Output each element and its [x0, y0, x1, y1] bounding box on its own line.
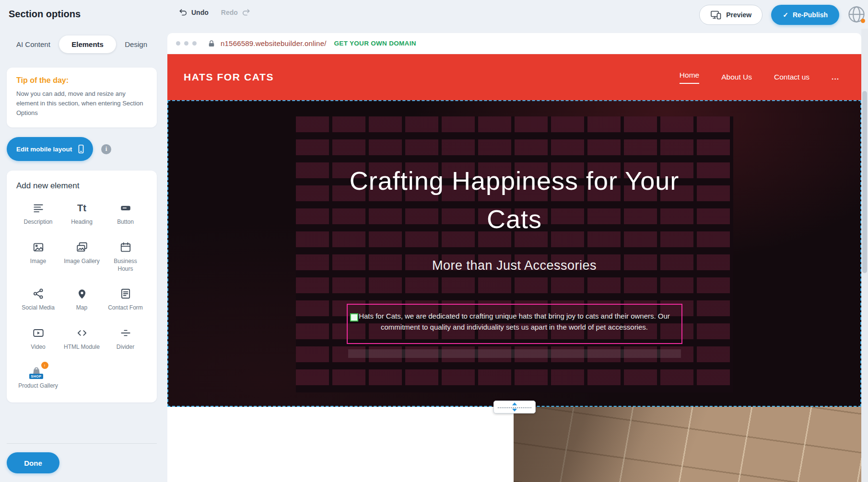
element-product-gallery[interactable]: SHOP ↑ Product Gallery	[16, 364, 60, 390]
element-button[interactable]: Button	[104, 200, 147, 226]
image-icon	[32, 240, 45, 255]
preview-devices-icon	[710, 9, 722, 21]
element-business-hours[interactable]: Business Hours	[104, 240, 147, 273]
tab-ai-content[interactable]: AI Content	[13, 35, 53, 53]
globe-button[interactable]	[846, 4, 867, 25]
element-social-media[interactable]: Social Media	[16, 286, 60, 312]
description-icon	[32, 200, 45, 216]
element-resize-handle[interactable]	[350, 313, 358, 321]
preview-button[interactable]: Preview	[699, 5, 762, 25]
undo-redo-group: Undo Redo	[178, 8, 251, 17]
element-image[interactable]: Image	[16, 240, 60, 273]
tip-body: Now you can add, move and resize any ele…	[16, 89, 147, 118]
business-hours-icon	[119, 240, 132, 255]
done-button[interactable]: Done	[7, 452, 59, 473]
shop-banner: SHOP	[29, 374, 44, 379]
browser-bar: n1566589.websitebuilder.online/ GET YOUR…	[167, 33, 861, 54]
undo-label: Undo	[191, 9, 209, 16]
product-gallery-icon: SHOP ↑	[30, 365, 47, 379]
element-map[interactable]: Map	[60, 286, 104, 312]
add-new-element-title: Add new element	[16, 181, 147, 191]
hero-section[interactable]: Crafting Happiness for Your Cats More th…	[167, 100, 861, 407]
sidebar-tabs: AI Content Elements Design	[7, 35, 157, 53]
undo-icon	[178, 8, 188, 17]
lock-icon	[207, 39, 216, 48]
map-pin-icon	[76, 286, 88, 301]
element-video[interactable]: Video	[16, 325, 60, 351]
next-section[interactable]	[167, 407, 861, 482]
sidebar-divider	[7, 443, 157, 444]
next-section-stone-image	[514, 407, 861, 482]
social-media-icon	[32, 286, 45, 301]
hero-subheading[interactable]: More than Just Accessories	[167, 258, 861, 273]
element-image-gallery[interactable]: Image Gallery	[60, 240, 104, 273]
divider-icon	[119, 325, 132, 341]
tip-of-the-day-card: Tip of the day: Now you can add, move an…	[7, 68, 157, 127]
page-scrollbar[interactable]	[861, 29, 868, 482]
info-icon[interactable]: i	[101, 144, 111, 154]
site-nav: Home About Us Contact us ...	[680, 71, 861, 84]
phone-icon	[76, 144, 86, 154]
mobile-layout-row: Edit mobile layout i	[7, 137, 157, 161]
element-hover-strip	[348, 349, 681, 358]
site-url: n1566589.websitebuilder.online/	[221, 39, 327, 47]
tip-title: Tip of the day:	[16, 76, 147, 85]
element-heading[interactable]: Tt Heading	[60, 200, 104, 226]
nav-more-icon[interactable]: ...	[832, 73, 839, 81]
edit-mobile-layout-button[interactable]: Edit mobile layout	[7, 137, 93, 161]
redo-icon	[241, 8, 251, 17]
selected-text-element[interactable]: Hats for Cats, we are dedicated to craft…	[347, 304, 682, 344]
scrollbar-thumb[interactable]	[862, 91, 867, 273]
button-icon	[119, 200, 132, 216]
republish-button[interactable]: ✓ Re-Publish	[771, 5, 839, 25]
add-new-element-card: Add new element Description Tt Heading B…	[7, 171, 157, 402]
nav-about-us[interactable]: About Us	[721, 73, 752, 81]
arrow-up-icon	[512, 402, 517, 405]
element-divider[interactable]: Divider	[104, 325, 147, 351]
notification-dot	[861, 19, 865, 23]
next-section-white-area	[167, 407, 514, 482]
nav-home[interactable]: Home	[680, 71, 699, 84]
hero-paragraph[interactable]: Hats for Cats, we are dedicated to craft…	[354, 310, 675, 333]
sidebar: AI Content Elements Design Tip of the da…	[0, 29, 167, 482]
heading-icon: Tt	[77, 200, 86, 216]
redo-label: Redo	[221, 9, 238, 16]
tab-elements[interactable]: Elements	[59, 35, 116, 53]
site-logo[interactable]: HATS FOR CATS	[184, 71, 274, 83]
upgrade-badge-icon: ↑	[41, 362, 48, 369]
undo-button[interactable]: Undo	[178, 8, 209, 17]
element-html-module[interactable]: HTML Module	[60, 325, 104, 351]
republish-label: Re-Publish	[793, 11, 828, 19]
preview-label: Preview	[726, 11, 751, 19]
section-height-drag-handle[interactable]	[493, 401, 536, 413]
site-preview: HATS FOR CATS Home About Us Contact us .…	[167, 54, 861, 482]
editor-canvas: n1566589.websitebuilder.online/ GET YOUR…	[167, 33, 861, 482]
html-module-icon	[76, 325, 88, 341]
image-gallery-icon	[76, 240, 88, 255]
element-description[interactable]: Description	[16, 200, 60, 226]
edit-mobile-layout-label: Edit mobile layout	[16, 146, 72, 153]
topbar-actions: Preview ✓ Re-Publish	[699, 5, 839, 25]
arrow-down-icon	[512, 409, 517, 412]
video-icon	[32, 325, 45, 341]
site-header[interactable]: HATS FOR CATS Home About Us Contact us .…	[167, 54, 861, 100]
nav-contact-us[interactable]: Contact us	[774, 73, 809, 81]
get-your-own-domain-link[interactable]: GET YOUR OWN DOMAIN	[334, 40, 416, 47]
window-controls	[176, 41, 197, 46]
hero-heading[interactable]: Crafting Happiness for Your Cats	[167, 161, 861, 238]
tab-design[interactable]: Design	[122, 35, 150, 53]
check-icon: ✓	[783, 11, 788, 19]
redo-button[interactable]: Redo	[221, 8, 251, 17]
contact-form-icon	[119, 286, 132, 301]
element-contact-form[interactable]: Contact Form	[104, 286, 147, 312]
topbar: Section options Undo Redo Preview ✓ Re-P…	[0, 0, 868, 29]
page-title: Section options	[9, 9, 81, 20]
element-grid: Description Tt Heading Button Image Imag…	[16, 200, 147, 390]
